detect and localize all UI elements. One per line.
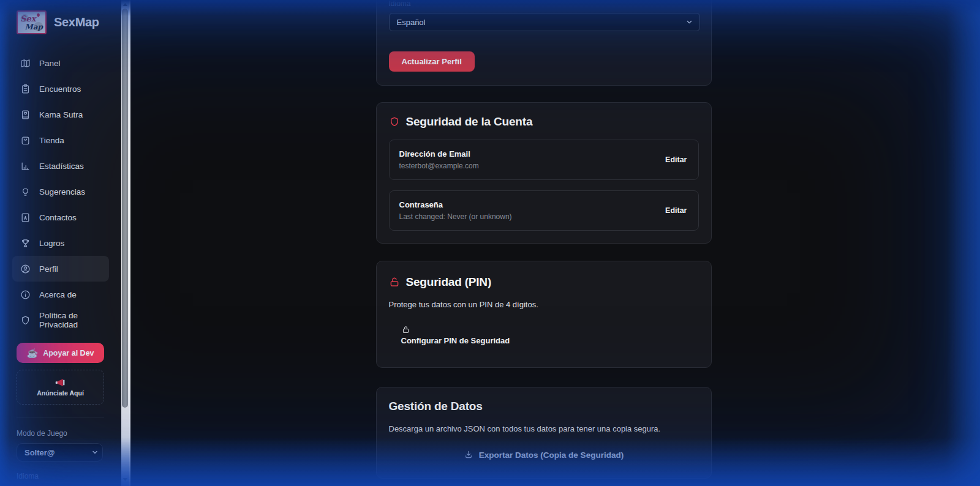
sidebar-item-tienda[interactable]: Tienda (12, 127, 109, 153)
logo-word-sex: Sex (20, 14, 36, 23)
language-select[interactable]: Español (389, 13, 700, 31)
sidebar-item-label: Perfil (39, 264, 58, 274)
sidebar-item-label: Sugerencias (39, 187, 85, 196)
scrollbar-thumb[interactable] (122, 9, 128, 408)
trophy-icon (20, 238, 31, 249)
scroll-down-arrow-icon[interactable] (123, 478, 127, 481)
game-mode-select[interactable]: Solter@ (17, 443, 103, 462)
language-field-label: Idioma (389, 0, 699, 8)
sidebar-item-kama-sutra[interactable]: Kama Sutra (12, 102, 109, 127)
game-mode-label: Modo de Juego (17, 429, 104, 438)
sidebar-item-label: Estadísticas (39, 162, 84, 171)
sidebar-language-label: Idioma (17, 472, 104, 480)
data-management-description: Descarga un archivo JSON con todos tus d… (389, 424, 699, 433)
export-data-button[interactable]: Exportar Datos (Copia de Seguridad) (464, 450, 624, 460)
lightbulb-icon (20, 187, 31, 197)
sidebar-divider (17, 417, 104, 417)
data-management-title: Gestión de Datos (389, 400, 699, 413)
update-profile-button[interactable]: Actualizar Perfil (389, 51, 475, 72)
sidebar-scrollbar[interactable] (121, 0, 130, 486)
sidebar-item-panel[interactable]: Panel (12, 50, 109, 76)
sidebar-item-label: Logros (39, 239, 64, 248)
configure-pin-button[interactable]: Configurar PIN de Seguridad (401, 325, 510, 345)
configure-pin-label: Configurar PIN de Seguridad (401, 336, 510, 345)
password-row-label: Contraseña (399, 200, 512, 209)
sidebar-item-politica-de-privacidad[interactable]: Política de Privacidad (12, 307, 109, 333)
map-pin-icon (36, 13, 40, 17)
advertise-label: Anúnciate Aquí (37, 389, 84, 397)
export-data-label: Exportar Datos (Copia de Seguridad) (479, 450, 624, 460)
sidebar-item-label: Política de Privacidad (39, 311, 101, 329)
book-heart-icon (20, 110, 31, 120)
sidebar-item-acerca-de[interactable]: Acerca de (12, 282, 109, 307)
sidebar-item-label: Acerca de (39, 290, 77, 299)
brand: Sex Map SexMap (0, 0, 121, 34)
sidebar-item-estadisticas[interactable]: Estadísticas (12, 153, 109, 179)
shopping-bag-icon (20, 135, 31, 146)
password-row: Contraseña Last changed: Never (or unkno… (389, 190, 699, 231)
sidebar-item-label: Contactos (39, 213, 77, 222)
sidebar-item-encuentros[interactable]: Encuentros (12, 76, 109, 102)
scroll-up-arrow-icon[interactable] (123, 3, 127, 6)
user-circle-icon (20, 264, 31, 274)
sidebar: Sex Map SexMap Panel Encuentros Kama Sut… (0, 0, 121, 486)
shield-icon (389, 116, 400, 127)
download-icon (464, 450, 473, 460)
info-icon (20, 290, 31, 300)
shield-icon (20, 315, 31, 326)
sidebar-item-label: Panel (39, 59, 61, 68)
edit-email-button[interactable]: Editar (664, 153, 688, 166)
sidebar-item-logros[interactable]: Logros (12, 230, 109, 256)
lock-icon (401, 325, 410, 334)
sidebar-item-perfil[interactable]: Perfil (12, 256, 109, 282)
pin-security-description: Protege tus datos con un PIN de 4 dígito… (389, 300, 699, 309)
email-row-label: Dirección de Email (399, 149, 479, 159)
coffee-icon: ☕ (26, 348, 38, 357)
edit-password-button[interactable]: Editar (664, 204, 688, 217)
sidebar-nav: Panel Encuentros Kama Sutra Tienda Estad… (12, 50, 109, 333)
email-row: Dirección de Email testerbot@example.com… (389, 140, 699, 180)
account-security-card: Seguridad de la Cuenta Dirección de Emai… (376, 102, 712, 244)
sidebar-item-sugerencias[interactable]: Sugerencias (12, 179, 109, 204)
account-security-title: Seguridad de la Cuenta (406, 115, 533, 129)
bar-chart-icon (20, 161, 31, 171)
advertise-box[interactable]: Anúnciate Aquí (17, 370, 104, 405)
support-dev-label: Apoyar al Dev (43, 349, 94, 357)
pin-security-card: Seguridad (PIN) Protege tus datos con un… (376, 261, 712, 368)
password-row-value: Last changed: Never (or unknown) (399, 212, 512, 221)
sidebar-item-label: Tienda (39, 136, 64, 145)
contacts-book-icon (20, 212, 31, 223)
sidebar-item-label: Kama Sutra (39, 110, 83, 119)
app-logo[interactable]: Sex Map (17, 10, 47, 34)
support-dev-button[interactable]: ☕ Apoyar al Dev (17, 343, 104, 363)
data-management-card: Gestión de Datos Descarga un archivo JSO… (376, 387, 712, 479)
main-content: Idioma Español Actualizar Perfil Segurid… (130, 0, 980, 486)
sidebar-item-label: Encuentros (39, 84, 81, 94)
email-row-value: testerbot@example.com (399, 162, 479, 170)
profile-settings-card: Idioma Español Actualizar Perfil (376, 0, 712, 86)
clipboard-icon (20, 84, 31, 94)
sidebar-item-contactos[interactable]: Contactos (12, 204, 109, 230)
app-title: SexMap (54, 15, 99, 29)
pin-security-title: Seguridad (PIN) (406, 275, 492, 289)
lock-open-icon (389, 277, 400, 288)
map-icon (20, 58, 31, 69)
sidebar-bottom: ☕ Apoyar al Dev Anúnciate Aquí Modo de J… (0, 343, 121, 480)
megaphone-icon (55, 378, 66, 387)
logo-word-map: Map (25, 23, 43, 31)
